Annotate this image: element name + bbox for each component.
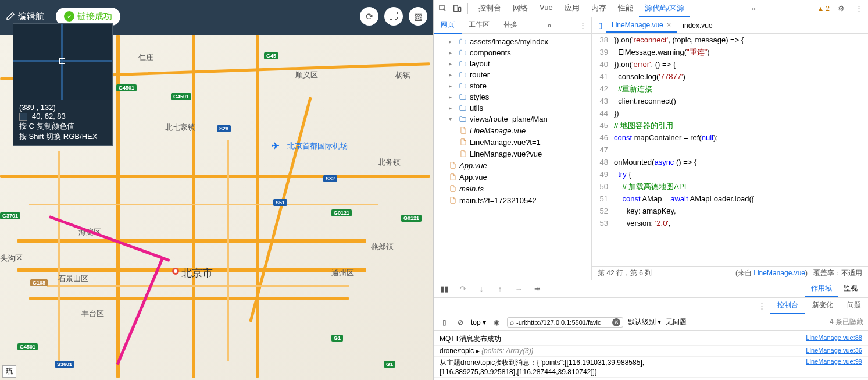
- tab-性能[interactable]: 性能: [612, 0, 639, 17]
- editor-tab[interactable]: index.vue: [677, 18, 718, 33]
- filter-icon: ⌕: [510, 318, 514, 326]
- edit-route-button[interactable]: 编辑航: [6, 11, 44, 22]
- code-line[interactable]: 53 version: '2.0',: [592, 217, 868, 229]
- clear-console-icon[interactable]: ⊘: [455, 317, 466, 328]
- file-tree[interactable]: ▸assets/images/myindex▸components▸layout…: [434, 34, 591, 280]
- console-kebab[interactable]: ⋮: [753, 301, 770, 310]
- lbl-toug: 头沟区: [0, 253, 23, 264]
- lbl-beijing: 北京市: [181, 266, 213, 280]
- code-line[interactable]: 42 //重新连接: [592, 83, 868, 95]
- toggle-sidebar-icon[interactable]: ▯: [438, 317, 450, 328]
- cursor-pos: 第 42 行，第 6 列: [598, 268, 652, 278]
- warning-badge[interactable]: ▲ 2: [817, 5, 830, 13]
- nav-more-icon[interactable]: »: [542, 21, 556, 30]
- code-line[interactable]: 48onMounted(async () => {: [592, 156, 868, 168]
- clear-filter-icon[interactable]: ✕: [612, 318, 620, 326]
- step-into-icon[interactable]: ↓: [476, 283, 487, 295]
- console-output[interactable]: MQTT消息发布成功LineManage.vue:88drone/topic ▸…: [434, 331, 868, 380]
- tree-item[interactable]: ▸components: [434, 47, 591, 58]
- code-area[interactable]: 38}).on('reconnect', (topic, message) =>…: [592, 34, 868, 266]
- deactivate-bp-icon[interactable]: ⤃: [531, 283, 543, 295]
- context-selector[interactable]: top ▾: [471, 318, 486, 326]
- device-icon[interactable]: [451, 3, 463, 15]
- console-tab-新变化[interactable]: 新变化: [805, 297, 840, 314]
- code-line[interactable]: 46const mapContainer = ref(null);: [592, 132, 868, 144]
- sources-tab-替换[interactable]: 替换: [496, 17, 524, 34]
- gear-icon[interactable]: ⚙: [835, 3, 847, 15]
- tabs-more-icon[interactable]: »: [747, 4, 760, 13]
- tab-内存[interactable]: 内存: [585, 0, 612, 17]
- console-row[interactable]: drone/topic ▸ {points: Array(3)}LineMana…: [434, 346, 868, 357]
- console-section: ⋮ 控制台新变化问题 ▯ ⊘ top ▾ ◉ ⌕ ✕ 默认级别 ▾ 无问题 4 …: [434, 298, 868, 380]
- status-file-link[interactable]: LineManage.vue: [753, 269, 805, 277]
- sources-body: 网页工作区替换 » ⋮ ▸assets/images/myindex▸compo…: [434, 17, 868, 280]
- tree-item[interactable]: LineManage.vue: [434, 125, 591, 136]
- kebab-icon[interactable]: ⋮: [853, 3, 865, 15]
- sources-tab-工作区[interactable]: 工作区: [462, 17, 496, 34]
- tab-控制台[interactable]: 控制台: [473, 0, 507, 17]
- tree-item[interactable]: App.vue: [434, 171, 591, 183]
- tab-网络[interactable]: 网络: [507, 0, 534, 17]
- lbl-airport: 北京首都国际机场: [287, 141, 348, 151]
- tree-item[interactable]: LineManage.vue?t=1: [434, 136, 591, 148]
- editor-tabs: ▯ LineManage.vue×index.vue: [592, 17, 868, 34]
- tab-scope[interactable]: 作用域: [805, 280, 838, 297]
- code-line[interactable]: 43 client.reconnect(): [592, 95, 868, 107]
- hidden-label[interactable]: 4 条已隐藏: [830, 317, 863, 327]
- code-line[interactable]: 50 // 加载高德地图API: [592, 180, 868, 193]
- tab-watch[interactable]: 监视: [838, 280, 863, 297]
- console-source-link[interactable]: LineManage.vue:88: [806, 334, 862, 344]
- code-line[interactable]: 51 const AMap = await AMapLoader.load({: [592, 193, 868, 205]
- code-line[interactable]: 44}): [592, 107, 868, 119]
- tab-源代码/来源[interactable]: 源代码/来源: [639, 0, 691, 17]
- console-tab-控制台[interactable]: 控制台: [770, 297, 805, 314]
- tree-item[interactable]: main.ts: [434, 183, 591, 194]
- code-line[interactable]: 52 key: amapKey,: [592, 205, 868, 217]
- console-source-link[interactable]: LineManage.vue:99: [806, 358, 862, 376]
- lbl-shijingshan: 石景山区: [58, 274, 88, 284]
- tree-item[interactable]: App.vue: [434, 159, 591, 171]
- tree-item[interactable]: ▸styles: [434, 91, 591, 102]
- tab-应用[interactable]: 应用: [559, 0, 585, 17]
- sources-tab-网页[interactable]: 网页: [434, 17, 462, 34]
- tab-Vue[interactable]: Vue: [534, 0, 559, 17]
- step-out-icon[interactable]: ↑: [494, 283, 506, 295]
- console-row[interactable]: 从主题drone/topic接收到消息：{"points":[[116.1910…: [434, 357, 868, 378]
- image-button[interactable]: ▨: [409, 7, 427, 26]
- tree-item[interactable]: LineManage.vue?vue: [434, 148, 591, 159]
- pause-icon[interactable]: ▮▮: [438, 283, 450, 295]
- console-row[interactable]: MQTT消息发布成功LineManage.vue:88: [434, 333, 868, 346]
- code-line[interactable]: 49 try {: [592, 168, 868, 180]
- tree-item[interactable]: ▸utils: [434, 102, 591, 113]
- eye-icon[interactable]: ◉: [491, 317, 502, 328]
- code-line[interactable]: 41 console.log('77877'): [592, 70, 868, 83]
- step-icon[interactable]: →: [513, 283, 524, 295]
- tree-item[interactable]: ▾views/route_plane/Man: [434, 113, 591, 125]
- code-line[interactable]: 40}).on('error', () => {: [592, 58, 868, 70]
- lbl-rz: 仁庄: [138, 52, 153, 63]
- tree-item[interactable]: ▸layout: [434, 58, 591, 69]
- fullscreen-button[interactable]: ⛶: [384, 7, 403, 26]
- code-line[interactable]: 38}).on('reconnect', (topic, message) =>…: [592, 34, 868, 46]
- tree-item[interactable]: ▸store: [434, 80, 591, 91]
- close-icon[interactable]: ×: [667, 20, 671, 29]
- console-tab-问题[interactable]: 问题: [840, 297, 868, 314]
- code-line[interactable]: 39 ElMessage.warning("重连"): [592, 46, 868, 58]
- inspect-icon[interactable]: [437, 3, 449, 15]
- hw-g4501: G4501: [116, 84, 137, 91]
- step-over-icon[interactable]: ↷: [457, 283, 469, 295]
- inspector-copy-hint: 按 C 复制颜色值: [19, 121, 106, 132]
- console-source-link[interactable]: LineManage.vue:36: [806, 347, 862, 355]
- filter-input[interactable]: ⌕ ✕: [507, 317, 623, 328]
- code-line[interactable]: 45// 地图容器的引用: [592, 119, 868, 132]
- tree-item[interactable]: main.ts?t=1723210542: [434, 194, 591, 206]
- filter-field[interactable]: [516, 319, 610, 326]
- tree-item[interactable]: ▸router: [434, 69, 591, 80]
- nav-kebab-icon[interactable]: ⋮: [574, 21, 591, 30]
- refresh-button[interactable]: ⟳: [360, 7, 378, 26]
- inspector-rgb: 40, 62, 83: [32, 112, 66, 120]
- level-selector[interactable]: 默认级别 ▾: [628, 317, 661, 327]
- tree-item[interactable]: ▸assets/images/myindex: [434, 36, 591, 47]
- editor-tab[interactable]: LineManage.vue×: [606, 18, 677, 33]
- code-line[interactable]: 47: [592, 144, 868, 156]
